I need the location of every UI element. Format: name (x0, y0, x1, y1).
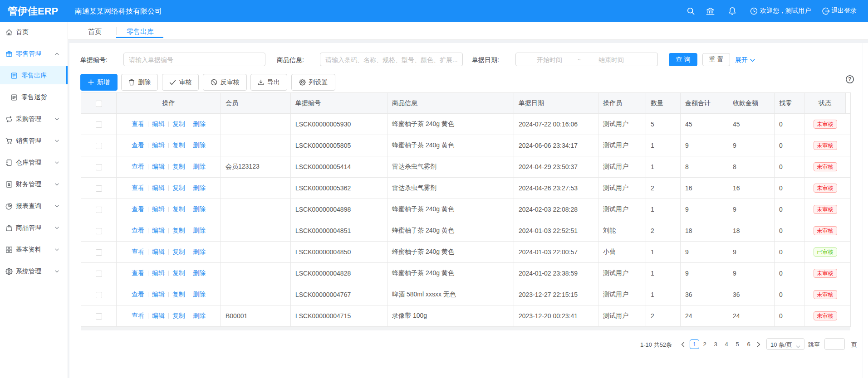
svg-text:?: ? (848, 76, 851, 82)
